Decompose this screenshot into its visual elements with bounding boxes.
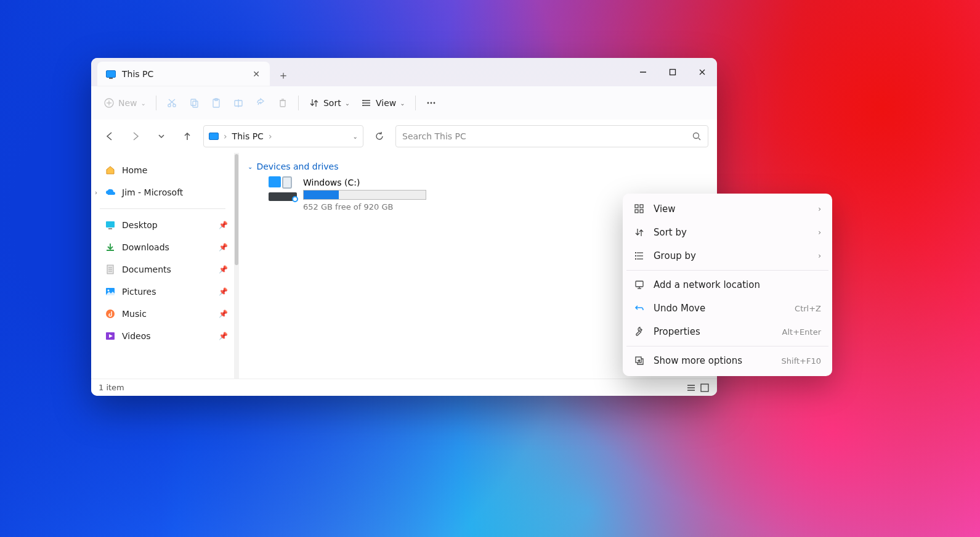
sidebar-pictures[interactable]: Pictures 📌 — [91, 281, 234, 303]
pictures-icon — [105, 286, 116, 297]
view-switcher — [686, 383, 710, 393]
chevron-down-icon: ⌄ — [248, 163, 253, 170]
new-label: New — [118, 98, 137, 108]
chevron-right-icon: › — [818, 252, 821, 260]
chevron-down-icon[interactable]: ⌄ — [353, 133, 358, 140]
svg-point-38 — [108, 290, 110, 292]
sidebar-desktop[interactable]: Desktop 📌 — [91, 214, 234, 236]
videos-icon — [105, 330, 116, 342]
ctx-sort[interactable]: Sort by › — [626, 221, 828, 244]
wrench-icon — [634, 326, 645, 337]
rename-button[interactable] — [228, 92, 249, 114]
more-button[interactable] — [421, 92, 442, 114]
sidebar-label: Documents — [122, 264, 171, 274]
forward-button[interactable] — [126, 126, 145, 146]
tab-this-pc[interactable]: This PC ✕ — [97, 62, 270, 86]
group-label: Devices and drives — [256, 162, 338, 171]
scroll-thumb[interactable] — [235, 154, 238, 265]
sidebar-videos[interactable]: Videos 📌 — [91, 325, 234, 347]
share-button[interactable] — [250, 92, 271, 114]
view-label: View — [376, 98, 396, 108]
recent-button[interactable] — [152, 126, 171, 146]
icons-view-icon[interactable] — [700, 383, 710, 393]
sidebar-home[interactable]: Home — [91, 159, 234, 181]
svg-rect-11 — [191, 99, 196, 105]
ctx-label: Properties — [654, 326, 700, 337]
onedrive-icon — [105, 187, 116, 198]
ctx-shortcut: Shift+F10 — [782, 356, 821, 366]
up-button[interactable] — [177, 126, 197, 146]
back-button[interactable] — [100, 126, 119, 146]
search-placeholder: Search This PC — [402, 131, 466, 141]
delete-button[interactable] — [272, 92, 293, 114]
pin-icon[interactable]: 📌 — [219, 332, 228, 340]
cut-button[interactable] — [161, 92, 182, 114]
search-icon — [692, 131, 702, 141]
breadcrumb-this-pc[interactable]: This PC — [232, 131, 264, 141]
copy-button[interactable] — [184, 92, 205, 114]
pin-icon[interactable]: 📌 — [219, 221, 228, 229]
ctx-label: Group by — [654, 250, 696, 261]
sidebar-cloud[interactable]: › Jim - Microsoft — [91, 181, 234, 203]
svg-rect-54 — [635, 258, 636, 260]
view-button[interactable]: View ⌄ — [356, 92, 410, 114]
refresh-button[interactable] — [370, 126, 389, 146]
maximize-button[interactable] — [658, 58, 687, 86]
svg-line-9 — [169, 99, 174, 104]
svg-rect-31 — [106, 221, 115, 228]
more-options-icon — [634, 355, 645, 366]
ctx-undo[interactable]: Undo Move Ctrl+Z — [626, 297, 828, 320]
ctx-network[interactable]: Add a network location — [626, 273, 828, 297]
minimize-button[interactable] — [628, 58, 658, 86]
tab-title: This PC — [122, 69, 153, 79]
ctx-label: View — [654, 203, 676, 215]
paste-button[interactable] — [206, 92, 227, 114]
status-bar: 1 item — [91, 379, 717, 396]
details-view-icon[interactable] — [686, 383, 696, 393]
this-pc-icon — [106, 70, 116, 78]
sidebar-label: Pictures — [122, 287, 156, 297]
pin-icon[interactable]: 📌 — [219, 287, 228, 296]
sidebar-label: Downloads — [122, 242, 169, 252]
pin-icon[interactable]: 📌 — [219, 243, 228, 252]
add-tab-button[interactable]: ＋ — [272, 64, 294, 86]
item-count: 1 item — [99, 383, 124, 392]
ctx-group[interactable]: Group by › — [626, 244, 828, 268]
sidebar-scrollbar[interactable] — [234, 153, 239, 379]
group-devices[interactable]: ⌄ Devices and drives — [248, 162, 708, 171]
ctx-label: Sort by — [654, 227, 687, 238]
drive-icon — [269, 178, 297, 201]
sidebar-downloads[interactable]: Downloads 📌 — [91, 236, 234, 258]
sidebar-music[interactable]: Music 📌 — [91, 303, 234, 325]
desktop-icon — [105, 219, 116, 231]
group-icon — [634, 250, 645, 261]
close-button[interactable] — [687, 58, 717, 86]
sort-label: Sort — [323, 98, 341, 108]
window-controls — [628, 58, 717, 86]
sidebar-label: Desktop — [122, 220, 158, 230]
drive-free-text: 652 GB free of 920 GB — [303, 202, 426, 211]
nav-row: › This PC › ⌄ Search This PC — [91, 120, 717, 153]
ctx-properties[interactable]: Properties Alt+Enter — [626, 320, 828, 343]
download-icon — [105, 242, 116, 253]
ctx-view[interactable]: View › — [626, 197, 828, 221]
sidebar-documents[interactable]: Documents 📌 — [91, 258, 234, 281]
drive-usage-bar — [303, 190, 426, 200]
svg-point-7 — [168, 104, 171, 107]
search-box[interactable]: Search This PC — [395, 125, 708, 147]
svg-point-24 — [362, 102, 363, 104]
chevron-down-icon: ⌄ — [345, 100, 350, 107]
expand-icon[interactable]: › — [95, 189, 97, 196]
pin-icon[interactable]: 📌 — [219, 265, 228, 274]
address-bar[interactable]: › This PC › ⌄ — [203, 125, 363, 147]
pin-icon[interactable]: 📌 — [219, 309, 228, 318]
sort-button[interactable]: Sort ⌄ — [304, 92, 355, 114]
svg-point-8 — [173, 104, 176, 107]
ctx-more[interactable]: Show more options Shift+F10 — [626, 349, 828, 372]
ctx-label: Show more options — [654, 355, 742, 366]
new-button[interactable]: New ⌄ — [99, 92, 151, 114]
close-tab-icon[interactable]: ✕ — [250, 67, 262, 81]
separator — [626, 270, 828, 271]
network-icon — [634, 279, 645, 290]
svg-point-27 — [430, 102, 432, 104]
